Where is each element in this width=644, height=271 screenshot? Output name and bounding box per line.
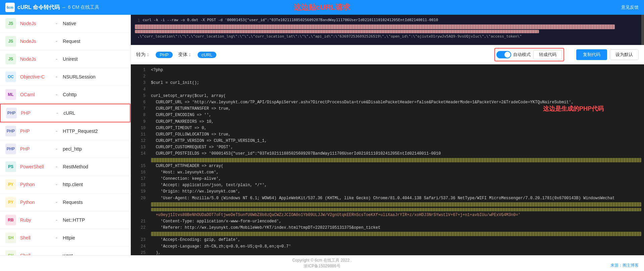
code-line-15: 15 CURLOPT_HTTPHEADER => array( — [131, 163, 644, 169]
curl-input-area[interactable]: 1 curl -k -i --raw -o 0.dat -X POST -d '… — [131, 15, 644, 45]
sidebar-item-objc-nsurlsession[interactable]: OC Objective-C - NSURLSession — [0, 68, 130, 86]
sidebar-icon-objc-nsurlsession: OC — [5, 71, 16, 82]
sidebar-lang-python-httpclient: Python — [20, 182, 50, 187]
sidebar-icon-shell-httpie: SH — [5, 232, 16, 243]
code-line-9: 9 CURLOPT_MAXREDIRS => 10, — [131, 119, 644, 125]
sidebar-lib-php-http-request2: HTTP_Request2 — [63, 128, 98, 134]
sidebar-icon-php-http-request2: PHP — [5, 126, 16, 137]
sidebar-lang-objc-nsurlsession: Objective-C — [20, 74, 50, 79]
sidebar-lang-php-http-request2: PHP — [20, 128, 50, 134]
code-blurred-20b — [131, 207, 644, 212]
toolbar: 转为： PHP 变体： cURL 自动模式 转成代码 复制代码 设为默认 — [131, 45, 644, 64]
sidebar-icon-ocaml-cohttp: ML — [5, 89, 16, 100]
auto-mode-label: 自动模式 — [513, 52, 531, 58]
code-line-23: 23 'Accept-Encoding: gzip, deflate', — [131, 237, 644, 243]
sidebar-item-php-curl[interactable]: PHP PHP - cURL — [0, 104, 130, 122]
sidebar-lib-shell-wget: wget — [63, 253, 73, 255]
code-line-21: 21 'Content-Type: application/x-www-form… — [131, 218, 644, 225]
sidebar-icon-php-pecl: PHP — [5, 144, 16, 154]
sidebar-item-ruby-nethttp[interactable]: RB Ruby - Net::HTTP — [0, 211, 130, 229]
scrollbar[interactable] — [641, 15, 644, 45]
sidebar-lang-nodejs-native: NodeJs — [20, 21, 50, 26]
sidebar-item-nodejs-request[interactable]: JS NodeJs - Request — [0, 33, 130, 50]
code-line-1: 1<?php — [131, 67, 644, 73]
sidebar-lang-php-curl: PHP — [21, 110, 51, 116]
curl-blurred-2 — [135, 30, 539, 33]
footer-copyright: Copyright © 6cm 在线工具 2022 . — [2, 258, 642, 263]
header-separator: – — [62, 4, 65, 10]
sidebar-lib-ocaml-cohttp: Cohttp — [63, 92, 76, 97]
sidebar: JS NodeJs - Native JS NodeJs - Request J… — [0, 15, 131, 255]
sidebar-lib-objc-nsurlsession: NSURLSession — [63, 74, 95, 79]
header-left: 6cm cURL 命令转代码 – 6 CM 在线工具 — [5, 3, 99, 12]
code-line-10: 10 CURLOPT_TIMEOUT => 0, — [131, 125, 644, 131]
code-blurred-22 — [131, 231, 644, 237]
code-line-6: 6 CURLOPT_URL => 'http://wx.leyunykt.com… — [131, 99, 644, 106]
sidebar-item-python-requests[interactable]: PY Python - Requests — [0, 194, 130, 211]
sidebar-lib-nodejs-native: Native — [63, 21, 76, 26]
convert-button[interactable]: 转成代码 — [533, 50, 562, 59]
code-output[interactable]: 这边是生成的PHP代码 1<?php23$curl = curl_init();… — [131, 64, 644, 255]
sidebar-lang-nodejs-unirest: NodeJs — [20, 56, 50, 62]
code-line-22: 22 'Referer: http://wx.leyunykt.com/Mobi… — [131, 225, 644, 231]
sidebar-item-php-http-request2[interactable]: PHP PHP - HTTP_Request2 — [0, 122, 130, 140]
sidebar-lib-php-curl: cURL — [63, 110, 75, 116]
sidebar-lib-nodejs-request: Request — [63, 39, 80, 44]
code-line-2: 2 — [131, 73, 644, 80]
toolbar-right: 复制代码 设为默认 — [576, 49, 639, 60]
sidebar-icon-powershell-restmethod: PS — [5, 161, 16, 172]
sidebar-lang-nodejs-request: NodeJs — [20, 39, 50, 44]
sidebar-icon-python-requests: PY — [5, 197, 16, 208]
sidebar-item-shell-httpie[interactable]: SH Shell - Httpie — [0, 229, 130, 247]
sidebar-lang-ocaml-cohttp: OCaml — [20, 92, 50, 97]
header-center-text: 这边贴cURL请求 — [294, 2, 350, 12]
convert-to-php-tag[interactable]: PHP — [156, 52, 173, 58]
feedback-link[interactable]: 意见反馈 — [621, 4, 639, 10]
sidebar-item-python-httpclient[interactable]: PY Python - http.client — [0, 176, 130, 194]
code-line-12: 12 CURLOPT_HTTP_VERSION => CURL_HTTP_VER… — [131, 138, 644, 144]
sidebar-icon-nodejs-request: JS — [5, 36, 16, 47]
sidebar-item-php-pecl[interactable]: PHP PHP - pecl_http — [0, 140, 130, 158]
code-line-5: 5curl_setopt_array($curl, array( — [131, 93, 644, 99]
code-blurred-14 — [131, 157, 644, 163]
sidebar-lib-python-httpclient: http.client — [63, 182, 83, 187]
auto-convert-highlight: 自动模式 转成代码 — [494, 48, 564, 61]
app-logo: 6cm — [5, 3, 15, 12]
sidebar-lib-php-pecl: pecl_http — [63, 146, 82, 152]
code-line-7: 7 CURLOPT_RETURNTRANSFER => true, — [131, 106, 644, 112]
sidebar-icon-ruby-nethttp: RB — [5, 215, 16, 225]
footer-icp: 浙ICP备15029886号 — [2, 263, 642, 269]
sidebar-icon-nodejs-native: JS — [5, 18, 16, 29]
sidebar-lang-shell-httpie: Shell — [20, 235, 50, 240]
code-line-19: 19 'Origin: http://wx.leyunykt.com', — [131, 188, 644, 195]
sidebar-icon-php-curl: PHP — [6, 108, 17, 118]
code-line-25: 25 ), — [131, 250, 644, 255]
copy-button[interactable]: 复制代码 — [576, 49, 607, 60]
sidebar-lib-python-requests: Requests — [63, 200, 83, 205]
code-line-18: 18 'Accept: application/json, text/plain… — [131, 182, 644, 188]
sidebar-lib-powershell-restmethod: RestMethod — [63, 164, 88, 169]
sidebar-item-shell-wget[interactable]: SH Shell - wget — [0, 247, 130, 255]
convert-to-label: 转为： — [136, 52, 150, 58]
sidebar-item-ocaml-cohttp[interactable]: ML OCaml - Cohttp — [0, 86, 130, 104]
content-area: 1 curl -k -i --raw -o 0.dat -X POST -d '… — [131, 15, 644, 255]
sidebar-lang-php-pecl: PHP — [20, 146, 50, 152]
code-cont-20: +u9eyj1Itvs80BeNhOUDaDOT7oFtjweDeTSunfU0… — [131, 212, 644, 218]
sidebar-icon-shell-wget: SH — [5, 250, 16, 255]
code-line-16: 16 'Host: wx.leyunykt.com', — [131, 169, 644, 176]
auto-mode-toggle[interactable]: 自动模式 — [496, 51, 531, 58]
toggle-switch[interactable] — [496, 51, 511, 58]
header: 6cm cURL 命令转代码 – 6 CM 在线工具 这边贴cURL请求 意见反… — [0, 0, 644, 15]
code-line-4: 4 — [131, 87, 644, 93]
variable-curl-tag[interactable]: cURL — [198, 52, 217, 58]
sidebar-lib-ruby-nethttp: Net::HTTP — [63, 217, 85, 223]
toggle-knob — [504, 52, 511, 58]
variable-label: 变体： — [178, 52, 192, 58]
sidebar-item-nodejs-unirest[interactable]: JS NodeJs - Unirest — [0, 50, 130, 68]
sidebar-lang-shell-wget: Shell — [20, 253, 50, 255]
sidebar-item-powershell-restmethod[interactable]: PS PowerShell - RestMethod — [0, 158, 130, 176]
code-line-11: 11 CURLOPT_FOLLOWLOCATION => true, — [131, 131, 644, 138]
set-default-button[interactable]: 设为默认 — [610, 49, 639, 60]
code-line-24: 24 'Accept-Language: zh-CN,zh;q=0.9,en-U… — [131, 243, 644, 250]
sidebar-item-nodejs-native[interactable]: JS NodeJs - Native — [0, 15, 130, 33]
